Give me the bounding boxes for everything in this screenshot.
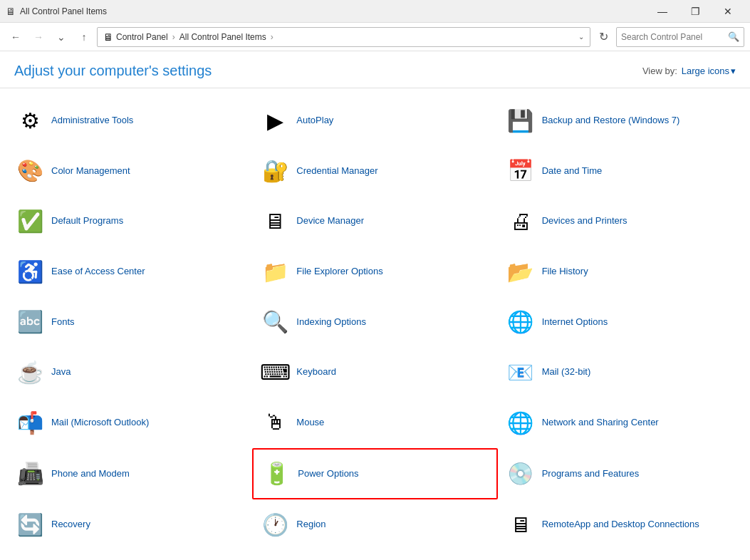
internet-options-icon: 🌐 <box>506 308 535 336</box>
backup-restore-label: Backup and Restore (Windows 7) <box>542 115 680 127</box>
remoteapp-label: RemoteApp and Desktop Connections <box>542 519 699 531</box>
address-path-controlpanel: Control Panel <box>116 32 168 42</box>
page-title: Adjust your computer's settings <box>14 63 212 79</box>
control-panel-item-network-sharing[interactable]: 🌐Network and Sharing Center <box>498 398 743 448</box>
search-box[interactable]: 🔍 <box>616 27 744 47</box>
phone-modem-label: Phone and Modem <box>51 468 130 480</box>
mail-outlook-icon: 📬 <box>16 408 44 437</box>
recent-locations-button[interactable]: ⌄ <box>51 27 71 47</box>
default-programs-icon: ✅ <box>16 207 44 236</box>
control-panel-item-backup-restore[interactable]: 💾Backup and Restore (Windows 7) <box>498 95 743 146</box>
ease-of-access-label: Ease of Access Center <box>51 266 145 278</box>
control-panel-item-power-options[interactable]: 🔋Power Options <box>252 448 497 500</box>
control-panel-item-internet-options[interactable]: 🌐Internet Options <box>498 297 743 348</box>
file-explorer-options-icon: 📁 <box>261 257 289 286</box>
address-dropdown-chevron[interactable]: ⌄ <box>578 33 584 41</box>
control-panel-item-mouse[interactable]: 🖱Mouse <box>252 398 497 448</box>
control-panel-item-administrative-tools[interactable]: ⚙Administrative Tools <box>7 95 252 146</box>
color-management-label: Color Management <box>51 165 130 177</box>
java-icon: ☕ <box>16 358 44 387</box>
file-history-icon: 📂 <box>506 257 535 286</box>
control-panel-item-java[interactable]: ☕Java <box>7 347 252 398</box>
control-panel-item-device-manager[interactable]: 🖥Device Manager <box>252 196 497 247</box>
mail-32bit-icon: 📧 <box>506 358 535 387</box>
control-panel-item-indexing-options[interactable]: 🔍Indexing Options <box>252 297 497 348</box>
control-panel-item-autoplay[interactable]: ▶AutoPlay <box>252 95 497 146</box>
control-panel-item-credential-manager[interactable]: 🔐Credential Manager <box>252 146 497 197</box>
minimize-button[interactable]: — <box>646 0 679 23</box>
address-icon: 🖥 <box>103 31 113 43</box>
control-panel-item-file-explorer-options[interactable]: 📁File Explorer Options <box>252 247 497 297</box>
close-button[interactable]: ✕ <box>712 0 744 23</box>
refresh-button[interactable]: ↻ <box>593 27 613 47</box>
network-sharing-label: Network and Sharing Center <box>542 417 659 429</box>
device-manager-label: Device Manager <box>296 215 364 227</box>
file-history-label: File History <box>542 266 588 278</box>
address-field[interactable]: 🖥 Control Panel › All Control Panel Item… <box>97 27 590 47</box>
administrative-tools-icon: ⚙ <box>16 106 44 135</box>
programs-features-label: Programs and Features <box>542 468 640 480</box>
fonts-icon: 🔤 <box>16 308 44 336</box>
indexing-options-label: Indexing Options <box>296 316 366 328</box>
title-bar-icon: 🖥 <box>6 6 16 17</box>
mouse-label: Mouse <box>296 417 324 429</box>
remoteapp-icon: 🖥 <box>506 511 535 539</box>
file-explorer-options-label: File Explorer Options <box>296 266 382 278</box>
address-path-items: All Control Panel Items <box>179 32 266 42</box>
control-panel-item-devices-printers[interactable]: 🖨Devices and Printers <box>498 196 743 247</box>
device-manager-icon: 🖥 <box>261 207 289 236</box>
control-panel-grid: ⚙Administrative Tools▶AutoPlay💾Backup an… <box>0 88 750 557</box>
control-panel-item-keyboard[interactable]: ⌨Keyboard <box>252 347 497 398</box>
maximize-button[interactable]: ❐ <box>679 0 712 23</box>
autoplay-icon: ▶ <box>261 106 289 135</box>
java-label: Java <box>51 366 71 378</box>
forward-button[interactable]: → <box>28 27 48 47</box>
mail-32bit-label: Mail (32-bit) <box>542 366 591 378</box>
control-panel-item-color-management[interactable]: 🎨Color Management <box>7 146 252 197</box>
search-input[interactable] <box>621 32 725 42</box>
up-button[interactable]: ↑ <box>74 27 94 47</box>
control-panel-item-date-time[interactable]: 📅Date and Time <box>498 146 743 197</box>
view-by-label: View by: <box>642 66 677 76</box>
mail-outlook-label: Mail (Microsoft Outlook) <box>51 417 149 429</box>
recovery-label: Recovery <box>51 519 90 531</box>
title-bar: 🖥 All Control Panel Items — ❐ ✕ <box>0 0 750 23</box>
control-panel-item-mail-32bit[interactable]: 📧Mail (32-bit) <box>498 347 743 398</box>
internet-options-label: Internet Options <box>542 316 608 328</box>
mouse-icon: 🖱 <box>261 408 289 437</box>
view-by-control: View by: Large icons ▾ <box>642 66 736 76</box>
control-panel-item-remoteapp[interactable]: 🖥RemoteApp and Desktop Connections <box>498 499 743 550</box>
region-icon: 🕐 <box>261 511 289 539</box>
control-panel-item-mail-outlook[interactable]: 📬Mail (Microsoft Outlook) <box>7 398 252 448</box>
default-programs-label: Default Programs <box>51 215 123 227</box>
content-header: Adjust your computer's settings View by:… <box>0 51 750 88</box>
credential-manager-label: Credential Manager <box>296 165 377 177</box>
power-options-icon: 🔋 <box>262 460 291 488</box>
power-options-label: Power Options <box>298 468 358 480</box>
control-panel-item-region[interactable]: 🕐Region <box>252 499 497 550</box>
programs-features-icon: 💿 <box>506 460 535 488</box>
control-panel-item-recovery[interactable]: 🔄Recovery <box>7 499 252 550</box>
administrative-tools-label: Administrative Tools <box>51 115 133 127</box>
color-management-icon: 🎨 <box>16 157 44 185</box>
control-panel-item-programs-features[interactable]: 💿Programs and Features <box>498 448 743 500</box>
address-bar: ← → ⌄ ↑ 🖥 Control Panel › All Control Pa… <box>0 23 750 51</box>
ease-of-access-icon: ♿ <box>16 257 44 286</box>
view-by-value[interactable]: Large icons ▾ <box>682 66 736 76</box>
control-panel-item-file-history[interactable]: 📂File History <box>498 247 743 297</box>
date-time-label: Date and Time <box>542 165 603 177</box>
search-icon: 🔍 <box>728 31 739 42</box>
window-controls: — ❐ ✕ <box>646 0 744 23</box>
control-panel-item-phone-modem[interactable]: 📠Phone and Modem <box>7 448 252 500</box>
devices-printers-icon: 🖨 <box>506 207 535 236</box>
phone-modem-icon: 📠 <box>16 460 44 488</box>
recovery-icon: 🔄 <box>16 511 44 539</box>
control-panel-item-fonts[interactable]: 🔤Fonts <box>7 297 252 348</box>
region-label: Region <box>296 519 325 531</box>
backup-restore-icon: 💾 <box>506 106 535 135</box>
control-panel-item-default-programs[interactable]: ✅Default Programs <box>7 196 252 247</box>
control-panel-item-ease-of-access[interactable]: ♿Ease of Access Center <box>7 247 252 297</box>
fonts-label: Fonts <box>51 316 75 328</box>
keyboard-icon: ⌨ <box>261 358 289 387</box>
back-button[interactable]: ← <box>6 27 26 47</box>
